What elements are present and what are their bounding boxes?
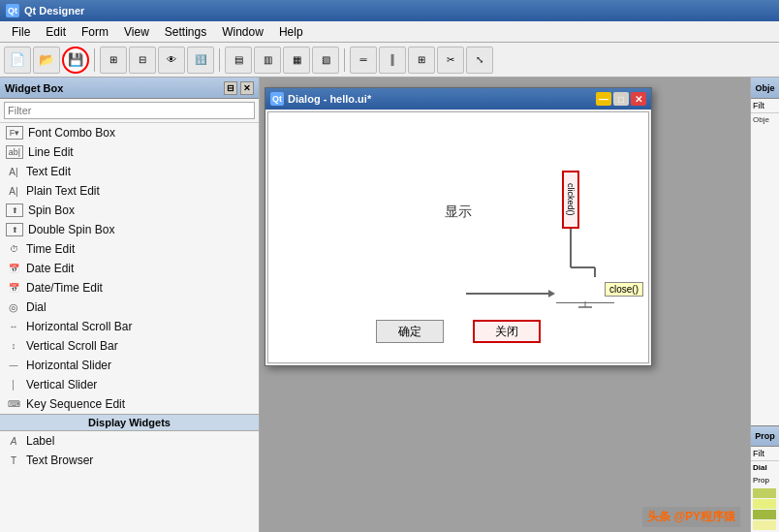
ground-symbol: [578, 301, 592, 309]
datetime-edit-icon: 📅: [6, 280, 21, 296]
widget-box-controls: ⊟ ✕: [224, 81, 254, 95]
widget-label: Time Edit: [26, 242, 75, 256]
list-item[interactable]: ⏱ Time Edit: [0, 239, 259, 259]
list-item[interactable]: ⬆ Spin Box: [0, 201, 259, 220]
layout-h-button[interactable]: ═: [350, 47, 377, 74]
spin-box-icon: ⬆: [6, 203, 23, 217]
dialog-icon: Qt: [270, 92, 284, 106]
slot-line: [466, 293, 548, 295]
key-seq-icon: ⌨: [6, 396, 21, 412]
widget-box-float-button[interactable]: ⊟: [224, 81, 237, 95]
slot-arrow-head: [548, 290, 556, 297]
list-item[interactable]: A Label: [0, 431, 259, 451]
align-left-button[interactable]: ▤: [225, 47, 252, 74]
close-button[interactable]: 关闭: [473, 320, 541, 343]
buddy-editor-button[interactable]: 👁: [158, 47, 185, 74]
layout-v-button[interactable]: ║: [379, 47, 406, 74]
widget-list: F▾ Font Combo Box ab| Line Edit A| Text …: [0, 123, 259, 532]
list-item[interactable]: F▾ Font Combo Box: [0, 123, 259, 142]
line-edit-icon: ab|: [6, 145, 23, 159]
text-browser-icon: T: [6, 453, 21, 468]
signal-label: clicked(): [562, 171, 579, 229]
widget-box-close-button[interactable]: ✕: [240, 81, 254, 95]
list-item[interactable]: │ Vertical Slider: [0, 375, 259, 394]
plain-text-edit-icon: A|: [6, 183, 21, 199]
signal-line: [570, 229, 572, 248]
list-item[interactable]: T Text Browser: [0, 451, 259, 470]
widget-label: Font Combo Box: [28, 126, 115, 140]
time-edit-icon: ⏱: [6, 241, 21, 257]
widget-label: Label: [26, 434, 54, 448]
open-button[interactable]: 📂: [33, 47, 60, 74]
center-area[interactable]: Qt Dialog - hello.ui* — □ ✕ 显示 clicked(): [260, 78, 750, 532]
color-swatch-4: [753, 520, 776, 530]
widget-label: Plain Text Edit: [26, 184, 100, 198]
list-item[interactable]: ↕ Vertical Scroll Bar: [0, 336, 259, 356]
widget-label: Text Edit: [26, 165, 71, 178]
dial-icon: ◎: [6, 299, 21, 315]
align-bottom-button[interactable]: ▧: [312, 47, 339, 74]
menu-view[interactable]: View: [116, 23, 157, 41]
dialog-restore-button[interactable]: □: [613, 92, 629, 106]
widget-label: Text Browser: [26, 454, 93, 467]
right-dial-label: Dial: [751, 461, 779, 474]
list-item[interactable]: ⬆ Double Spin Box: [0, 220, 259, 239]
list-item[interactable]: 📅 Date Edit: [0, 259, 259, 278]
dialog-close-button[interactable]: ✕: [631, 92, 646, 106]
widget-label: Key Sequence Edit: [26, 397, 125, 411]
menu-file[interactable]: File: [4, 23, 38, 41]
list-item[interactable]: — Horizontal Slider: [0, 356, 259, 375]
widget-label: Horizontal Slider: [26, 359, 111, 372]
menu-settings[interactable]: Settings: [157, 23, 214, 41]
widget-label: Line Edit: [28, 145, 74, 159]
confirm-button[interactable]: 确定: [376, 320, 444, 343]
category-display-widgets: Display Widgets: [0, 414, 259, 431]
layout-grid-button[interactable]: ⊞: [408, 47, 435, 74]
new-button[interactable]: 📄: [4, 47, 31, 74]
menu-help[interactable]: Help: [271, 23, 311, 41]
widget-label: Vertical Scroll Bar: [26, 339, 118, 353]
widget-label: Spin Box: [28, 203, 75, 217]
h-slider-icon: —: [6, 358, 21, 373]
list-item[interactable]: ab| Line Edit: [0, 142, 259, 162]
right-panel: Obje Filt Obje Prop Filt Dial Prop: [750, 78, 779, 532]
tab-order-button[interactable]: 🔢: [187, 47, 214, 74]
list-item[interactable]: ⌨ Key Sequence Edit: [0, 394, 259, 414]
toolbar-sep-2: [219, 48, 220, 72]
align-top-button[interactable]: ▦: [283, 47, 310, 74]
widget-label: Double Spin Box: [28, 223, 114, 236]
right-object-label: Obje: [753, 115, 777, 124]
menu-window[interactable]: Window: [214, 23, 271, 41]
menu-form[interactable]: Form: [74, 23, 116, 41]
right-prop2-label: Prop: [751, 474, 779, 486]
right-prop-filter: Filt: [751, 447, 779, 461]
right-filter-bar: Filt: [751, 99, 779, 113]
menu-edit[interactable]: Edit: [38, 23, 74, 41]
widget-editor-button[interactable]: ⊞: [100, 47, 127, 74]
v-slider-icon: │: [6, 377, 21, 392]
signals-editor-button[interactable]: ⊟: [129, 47, 156, 74]
toolbar-sep-1: [94, 48, 95, 72]
list-item[interactable]: ↔ Horizontal Scroll Bar: [0, 317, 259, 336]
list-item[interactable]: A| Plain Text Edit: [0, 181, 259, 201]
list-item[interactable]: A| Text Edit: [0, 162, 259, 181]
widget-box-title: Widget Box: [5, 82, 63, 94]
list-item[interactable]: ◎ Dial: [0, 297, 259, 317]
font-combo-icon: F▾: [6, 126, 23, 140]
break-layout-button[interactable]: ✂: [437, 47, 464, 74]
right-color-swatches: [751, 486, 779, 532]
dialog-minimize-button[interactable]: —: [596, 92, 611, 106]
dialog-button-area: 确定 关闭: [268, 320, 648, 343]
dialog-title-bar: Qt Dialog - hello.ui* — □ ✕: [265, 88, 651, 110]
double-spin-box-icon: ⬆: [6, 223, 23, 236]
widget-label: Horizontal Scroll Bar: [26, 320, 132, 333]
align-right-button[interactable]: ▥: [254, 47, 281, 74]
filter-input[interactable]: [4, 102, 255, 119]
save-button[interactable]: 💾: [62, 47, 89, 74]
slot-label: close(): [605, 282, 643, 297]
adjust-size-button[interactable]: ⤡: [466, 47, 493, 74]
dialog-display-text: 显示: [445, 203, 472, 221]
list-item[interactable]: 📅 Date/Time Edit: [0, 278, 259, 297]
widget-label: Date/Time Edit: [26, 281, 103, 295]
toolbar-sep-3: [344, 48, 345, 72]
